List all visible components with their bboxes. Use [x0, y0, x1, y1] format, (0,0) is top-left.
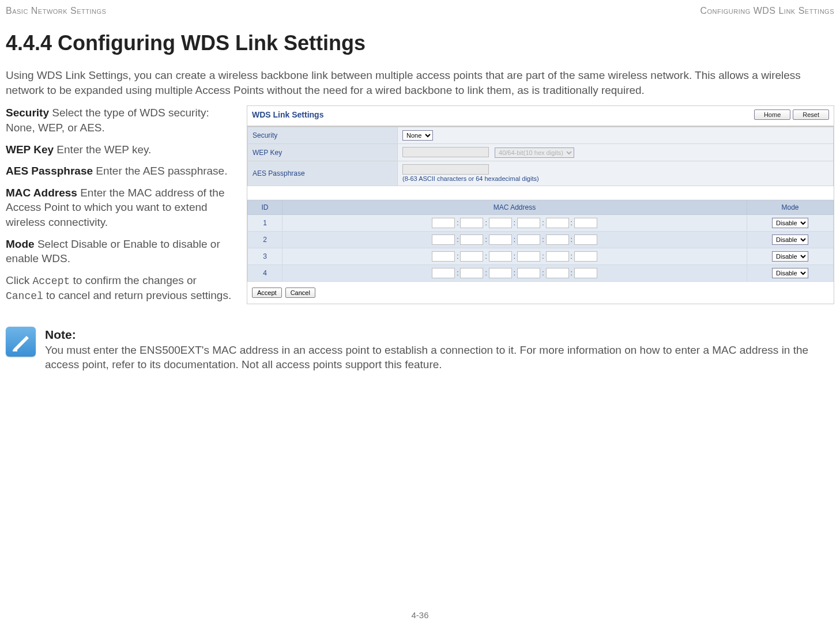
mac-separator: :: [571, 252, 572, 260]
mac-octet-input[interactable]: [546, 251, 569, 262]
cancel-button[interactable]: Cancel: [285, 287, 315, 298]
note-body: You must enter the ENS500EXT's MAC addre…: [45, 344, 808, 370]
mac-octet-input[interactable]: [546, 268, 569, 278]
mac-octet-input[interactable]: [432, 218, 455, 228]
mac-octet-input[interactable]: [460, 234, 483, 245]
mode-select[interactable]: Disable: [772, 218, 808, 228]
aes-label: AES Passphrase: [248, 161, 398, 186]
col-mode: Mode: [747, 200, 834, 214]
col-id: ID: [248, 200, 282, 214]
col-mac: MAC Address: [282, 200, 747, 214]
mac-octet-input[interactable]: [574, 251, 597, 262]
wep-label: WEP Key: [248, 144, 398, 161]
mode-select[interactable]: Disable: [772, 234, 808, 245]
mac-octet-input[interactable]: [460, 251, 483, 262]
mac-separator: :: [542, 219, 544, 227]
mac-separator: :: [571, 269, 572, 277]
aes-hint: (8-63 ASCII characters or 64 hexadecimal…: [402, 175, 539, 182]
header-left: Basic Network Settings: [6, 6, 106, 16]
mac-octet-input[interactable]: [574, 234, 597, 245]
mac-octet-input[interactable]: [546, 234, 569, 245]
svg-rect-1: [13, 350, 17, 351]
wep-bits-select[interactable]: 40/64-bit(10 hex digits): [495, 147, 574, 158]
mac-octet-input[interactable]: [489, 251, 512, 262]
mode-cell: Disable: [747, 264, 834, 281]
mac-octet-input[interactable]: [489, 268, 512, 278]
mac-separator: :: [514, 269, 515, 277]
mac-octet-input[interactable]: [574, 268, 597, 278]
mac-separator: :: [514, 219, 515, 227]
wep-key-input[interactable]: [402, 147, 489, 157]
section-title: 4.4.4 Configuring WDS Link Settings: [6, 31, 834, 55]
note-icon: [6, 327, 36, 357]
page-number: 4-36: [411, 610, 428, 620]
mode-select[interactable]: Disable: [772, 251, 808, 262]
mac-separator: :: [542, 269, 544, 277]
mode-select[interactable]: Disable: [772, 268, 808, 278]
wds-form-table: Security None WEP Key 40/64-bit(10 hex d…: [247, 127, 834, 186]
reset-button[interactable]: Reset: [793, 109, 829, 120]
mac-octet-input[interactable]: [546, 218, 569, 228]
home-button[interactable]: Home: [754, 109, 790, 120]
table-row: 1:::::Disable: [248, 214, 834, 231]
row-id: 1: [248, 214, 282, 231]
click-instructions: Click Accept to confirm the changes or C…: [6, 273, 236, 304]
panel-title: WDS Link Settings: [252, 110, 323, 119]
mac-octet-input[interactable]: [574, 218, 597, 228]
def-security: Security Select the type of WDS security…: [6, 105, 236, 135]
header-right: Configuring WDS Link Settings: [700, 6, 834, 16]
row-id: 2: [248, 231, 282, 248]
mode-cell: Disable: [747, 214, 834, 231]
running-header: Basic Network Settings Configuring WDS L…: [6, 6, 834, 16]
aes-passphrase-input[interactable]: [402, 164, 489, 175]
accept-button[interactable]: Accept: [252, 287, 282, 298]
mac-octet-input[interactable]: [489, 218, 512, 228]
note-block: Note: You must enter the ENS500EXT's MAC…: [6, 327, 834, 372]
mac-separator: :: [457, 252, 458, 260]
mac-separator: :: [457, 219, 458, 227]
def-mode: Mode Select Disable or Enable to disable…: [6, 237, 236, 266]
row-id: 4: [248, 264, 282, 281]
mac-separator: :: [542, 252, 544, 260]
table-row: 3:::::Disable: [248, 248, 834, 264]
def-wep: WEP Key Enter the WEP key.: [6, 142, 236, 157]
mac-address-cell: :::::: [282, 248, 747, 264]
mode-cell: Disable: [747, 248, 834, 264]
mac-separator: :: [485, 269, 487, 277]
mac-separator: :: [542, 236, 544, 244]
mac-separator: :: [485, 236, 487, 244]
security-select[interactable]: None: [402, 130, 433, 141]
mac-octet-input[interactable]: [460, 268, 483, 278]
mac-octet-input[interactable]: [517, 234, 540, 245]
def-aes: AES Passphrase Enter the AES passphrase.: [6, 164, 236, 179]
mac-separator: :: [485, 252, 487, 260]
mac-separator: :: [514, 236, 515, 244]
mac-separator: :: [514, 252, 515, 260]
mac-octet-input[interactable]: [517, 251, 540, 262]
mac-address-cell: :::::: [282, 214, 747, 231]
mac-octet-input[interactable]: [460, 218, 483, 228]
table-row: 4:::::Disable: [248, 264, 834, 281]
mac-table: ID MAC Address Mode 1:::::Disable2:::::D…: [247, 200, 834, 282]
mac-octet-input[interactable]: [432, 268, 455, 278]
mac-separator: :: [457, 269, 458, 277]
mac-octet-input[interactable]: [517, 268, 540, 278]
wds-settings-panel: WDS Link Settings Home Reset Security No…: [247, 105, 834, 304]
mac-octet-input[interactable]: [432, 251, 455, 262]
mac-separator: :: [485, 219, 487, 227]
row-id: 3: [248, 248, 282, 264]
mac-octet-input[interactable]: [517, 218, 540, 228]
table-row: 2:::::Disable: [248, 231, 834, 248]
note-heading: Note:: [45, 327, 834, 342]
mac-octet-input[interactable]: [489, 234, 512, 245]
security-label: Security: [248, 127, 398, 144]
intro-paragraph: Using WDS Link Settings, you can create …: [6, 68, 834, 97]
mac-address-cell: :::::: [282, 264, 747, 281]
mac-address-cell: :::::: [282, 231, 747, 248]
definitions-column: Security Select the type of WDS security…: [6, 105, 236, 310]
mac-separator: :: [571, 236, 572, 244]
def-mac: MAC Address Enter the MAC address of the…: [6, 186, 236, 230]
mode-cell: Disable: [747, 231, 834, 248]
mac-separator: :: [571, 219, 572, 227]
mac-octet-input[interactable]: [432, 234, 455, 245]
